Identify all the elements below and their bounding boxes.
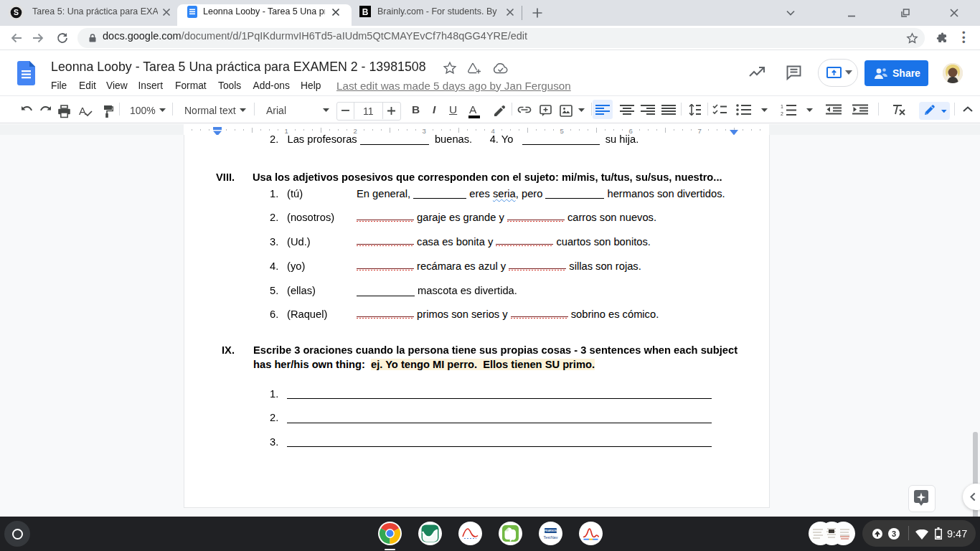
svg-text:2: 2 [781,111,783,116]
svg-text:1: 1 [781,104,783,109]
svg-text:9:47: 9:47 [947,528,967,540]
svg-text:3: 3 [892,529,896,538]
svg-text:TestNav: TestNav [544,535,558,540]
svg-text:B: B [362,7,369,17]
svg-text:A: A [79,105,86,117]
svg-text:S: S [14,8,19,17]
svg-text:PEARSON: PEARSON [545,529,557,532]
